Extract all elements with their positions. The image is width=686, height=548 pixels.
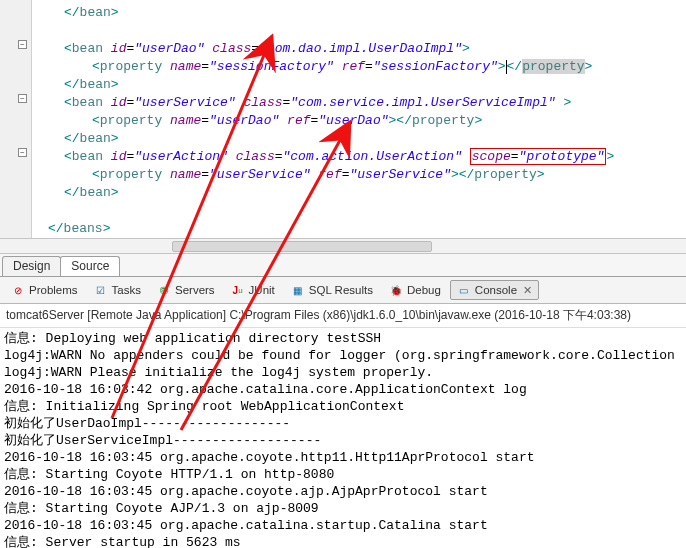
- sqlresults-icon: ▦: [291, 283, 305, 297]
- view-console[interactable]: ▭ Console ✕: [450, 280, 539, 300]
- view-tasks[interactable]: ☑ Tasks: [87, 280, 148, 300]
- code-line[interactable]: </beans>: [36, 220, 686, 238]
- code-line[interactable]: <bean id="userAction" class="com.action.…: [36, 148, 686, 166]
- view-problems[interactable]: ⊘ Problems: [4, 280, 85, 300]
- console-output[interactable]: 信息: Deploying web application directory …: [0, 328, 686, 548]
- code-line[interactable]: [36, 202, 686, 220]
- console-line: 2016-10-18 16:03:42 org.apache.catalina.…: [4, 381, 682, 398]
- code-line[interactable]: </bean>: [36, 76, 686, 94]
- scrollbar-thumb[interactable]: [172, 241, 433, 252]
- code-line[interactable]: </bean>: [36, 184, 686, 202]
- console-launch-info: tomcat6Server [Remote Java Application] …: [0, 304, 686, 328]
- console-icon: ▭: [457, 283, 471, 297]
- code-content[interactable]: </bean><bean id="userDao" class="com.dao…: [36, 4, 686, 238]
- editor-lower-tabs: Design Source: [0, 254, 686, 277]
- console-line: 2016-10-18 16:03:45 org.apache.coyote.aj…: [4, 483, 682, 500]
- code-line[interactable]: </bean>: [36, 4, 686, 22]
- console-line: 初始化了UserServiceImpl-------------------: [4, 432, 682, 449]
- tasks-icon: ☑: [94, 283, 108, 297]
- code-line[interactable]: <property name="sessionFactory" ref="ses…: [36, 58, 686, 76]
- code-line[interactable]: <property name="userService" ref="userSe…: [36, 166, 686, 184]
- console-line: 信息: Deploying web application directory …: [4, 330, 682, 347]
- views-tabbar: ⊘ Problems ☑ Tasks ⛃ Servers Ju JUnit ▦ …: [0, 277, 686, 304]
- view-label: Debug: [407, 284, 441, 296]
- close-icon[interactable]: ✕: [523, 284, 532, 297]
- junit-icon: Ju: [231, 283, 245, 297]
- view-label: SQL Results: [309, 284, 373, 296]
- console-line: log4j:WARN Please initialize the log4j s…: [4, 364, 682, 381]
- code-line[interactable]: <property name="userDao" ref="userDao"><…: [36, 112, 686, 130]
- view-label: JUnit: [249, 284, 275, 296]
- view-junit[interactable]: Ju JUnit: [224, 280, 282, 300]
- code-line[interactable]: <bean id="userService" class="com.servic…: [36, 94, 686, 112]
- view-sqlresults[interactable]: ▦ SQL Results: [284, 280, 380, 300]
- tab-source[interactable]: Source: [60, 256, 120, 276]
- view-label: Problems: [29, 284, 78, 296]
- console-line: log4j:WARN No appenders could be found f…: [4, 347, 682, 364]
- view-label: Console: [475, 284, 517, 296]
- editor-gutter: − − −: [0, 0, 32, 238]
- view-servers[interactable]: ⛃ Servers: [150, 280, 222, 300]
- console-line: 初始化了UserDaoImpl-------------------: [4, 415, 682, 432]
- debug-icon: 🐞: [389, 283, 403, 297]
- console-line: 2016-10-18 16:03:45 org.apache.catalina.…: [4, 517, 682, 534]
- console-line: 2016-10-18 16:03:45 org.apache.coyote.ht…: [4, 449, 682, 466]
- code-line[interactable]: <bean id="userDao" class="com.dao.impl.U…: [36, 40, 686, 58]
- console-line: 信息: Initializing Spring root WebApplicat…: [4, 398, 682, 415]
- code-line[interactable]: [36, 22, 686, 40]
- fold-icon[interactable]: −: [18, 40, 27, 49]
- editor-horizontal-scrollbar[interactable]: [0, 238, 686, 254]
- servers-icon: ⛃: [157, 283, 171, 297]
- view-label: Servers: [175, 284, 215, 296]
- fold-icon[interactable]: −: [18, 148, 27, 157]
- console-line: 信息: Server startup in 5623 ms: [4, 534, 682, 548]
- view-label: Tasks: [112, 284, 141, 296]
- fold-icon[interactable]: −: [18, 94, 27, 103]
- view-debug[interactable]: 🐞 Debug: [382, 280, 448, 300]
- xml-editor[interactable]: − − − </bean><bean id="userDao" class="c…: [0, 0, 686, 238]
- tab-design[interactable]: Design: [2, 256, 61, 276]
- code-line[interactable]: </bean>: [36, 130, 686, 148]
- console-line: 信息: Starting Coyote AJP/1.3 on ajp-8009: [4, 500, 682, 517]
- console-line: 信息: Starting Coyote HTTP/1.1 on http-808…: [4, 466, 682, 483]
- problems-icon: ⊘: [11, 283, 25, 297]
